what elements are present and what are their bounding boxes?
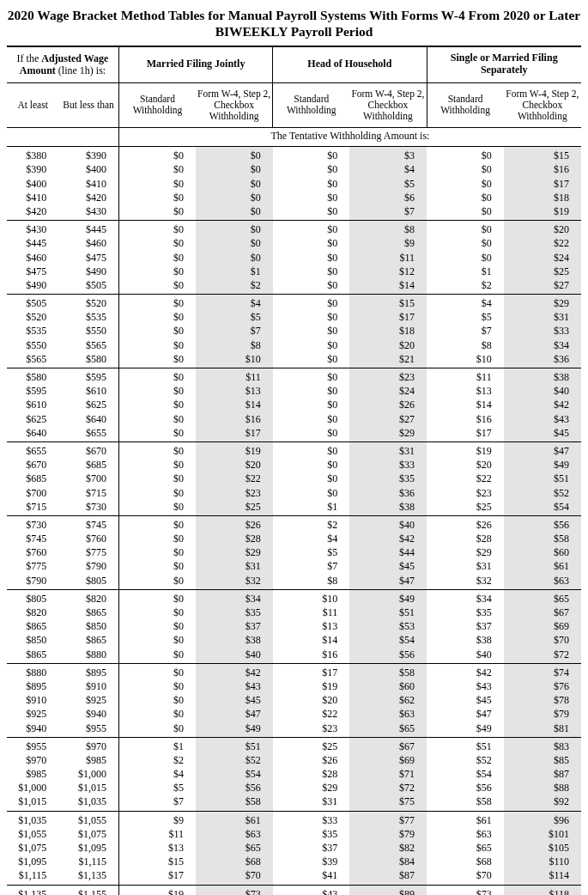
table-cell: $35	[427, 606, 504, 619]
table-cell: $1	[273, 500, 350, 516]
table-cell: $25	[504, 265, 581, 278]
table-cell: $65	[349, 721, 427, 738]
table-cell: $12	[349, 265, 427, 278]
table-cell: $11	[273, 606, 350, 619]
table-cell: $52	[504, 486, 581, 500]
table-cell: $745	[58, 515, 118, 532]
table-row: $430$445$0$0$0$8$0$20	[7, 221, 581, 237]
table-cell: $25	[196, 500, 273, 516]
table-cell: $850	[58, 619, 118, 633]
table-cell: $595	[58, 368, 118, 385]
table-row: $595$610$0$13$0$24$13$40	[7, 384, 581, 398]
table-cell: $1,000	[7, 781, 58, 795]
table-cell: $1,015	[7, 795, 58, 811]
table-cell: $715	[7, 500, 58, 516]
table-cell: $380	[7, 147, 58, 163]
table-cell: $565	[58, 338, 118, 352]
table-cell: $31	[504, 310, 581, 324]
table-cell: $2	[118, 753, 196, 767]
table-cell: $49	[196, 721, 273, 738]
table-row: $1,000$1,015$5$56$29$72$56$88	[7, 781, 581, 795]
table-cell: $0	[273, 162, 350, 176]
table-cell: $925	[7, 707, 58, 721]
table-cell: $985	[58, 753, 118, 767]
table-cell: $69	[504, 619, 581, 633]
table-cell: $5	[118, 781, 196, 795]
table-row: $955$970$1$51$25$67$51$83	[7, 737, 581, 753]
table-row: $685$700$0$22$0$35$22$51	[7, 472, 581, 485]
table-cell: $34	[427, 589, 504, 606]
table-cell: $970	[58, 737, 118, 753]
table-cell: $0	[118, 500, 196, 516]
table-cell: $14	[427, 398, 504, 411]
table-cell: $0	[196, 236, 273, 250]
table-cell: $0	[273, 338, 350, 352]
table-cell: $19	[427, 441, 504, 458]
table-cell: $1,000	[58, 767, 118, 781]
table-cell: $0	[427, 147, 504, 163]
page-title: 2020 Wage Bracket Method Tables for Manu…	[7, 7, 581, 40]
table-cell: $0	[273, 458, 350, 472]
table-cell: $1,135	[7, 885, 58, 895]
table-cell: $19	[118, 885, 196, 895]
table-cell: $82	[349, 841, 427, 855]
table-cell: $985	[7, 767, 58, 781]
table-cell: $63	[504, 574, 581, 590]
table-cell: $0	[273, 384, 350, 398]
table-cell: $0	[118, 648, 196, 664]
table-cell: $0	[118, 619, 196, 633]
table-row: $505$520$0$4$0$15$4$29	[7, 295, 581, 311]
table-cell: $37	[273, 841, 350, 855]
table-cell: $0	[118, 486, 196, 500]
table-cell: $105	[504, 841, 581, 855]
table-row: $970$985$2$52$26$69$52$85	[7, 753, 581, 767]
table-cell: $56	[427, 781, 504, 795]
table-cell: $19	[196, 441, 273, 458]
table-cell: $865	[58, 633, 118, 647]
table-cell: $0	[196, 251, 273, 265]
table-cell: $550	[58, 324, 118, 338]
table-cell: $610	[7, 398, 58, 411]
table-cell: $40	[427, 648, 504, 664]
table-cell: $0	[427, 221, 504, 237]
table-cell: $36	[349, 486, 427, 500]
table-cell: $27	[349, 412, 427, 426]
table-cell: $5	[427, 310, 504, 324]
table-cell: $23	[196, 486, 273, 500]
table-cell: $775	[7, 559, 58, 573]
table-cell: $20	[196, 458, 273, 472]
table-row: $925$940$0$47$22$63$47$79	[7, 707, 581, 721]
table-cell: $54	[349, 633, 427, 647]
table-cell: $58	[427, 795, 504, 811]
table-cell: $820	[58, 589, 118, 606]
table-cell: $865	[7, 619, 58, 633]
table-cell: $58	[349, 663, 427, 679]
table-cell: $475	[7, 265, 58, 278]
table-cell: $72	[349, 781, 427, 795]
table-cell: $31	[427, 559, 504, 573]
table-cell: $26	[196, 515, 273, 532]
table-cell: $0	[273, 204, 350, 221]
table-cell: $1,095	[58, 841, 118, 855]
table-cell: $79	[349, 827, 427, 841]
table-row: $580$595$0$11$0$23$11$38	[7, 368, 581, 385]
table-row: $535$550$0$7$0$18$7$33	[7, 324, 581, 338]
table-cell: $910	[7, 693, 58, 707]
table-cell: $565	[7, 352, 58, 368]
table-cell: $0	[118, 589, 196, 606]
table-cell: $16	[273, 648, 350, 664]
table-cell: $2	[196, 278, 273, 295]
table-cell: $805	[7, 589, 58, 606]
table-cell: $0	[118, 515, 196, 532]
table-cell: $72	[504, 648, 581, 664]
table-cell: $410	[7, 191, 58, 204]
table-cell: $13	[196, 384, 273, 398]
table-cell: $0	[427, 204, 504, 221]
table-cell: $51	[349, 606, 427, 619]
table-cell: $1,155	[58, 885, 118, 895]
table-cell: $0	[427, 162, 504, 176]
header-mfj-checkbox: Form W-4, Step 2, Checkbox Withholding	[196, 82, 273, 128]
table-cell: $0	[273, 177, 350, 191]
table-cell: $640	[7, 426, 58, 442]
table-cell: $19	[273, 679, 350, 693]
